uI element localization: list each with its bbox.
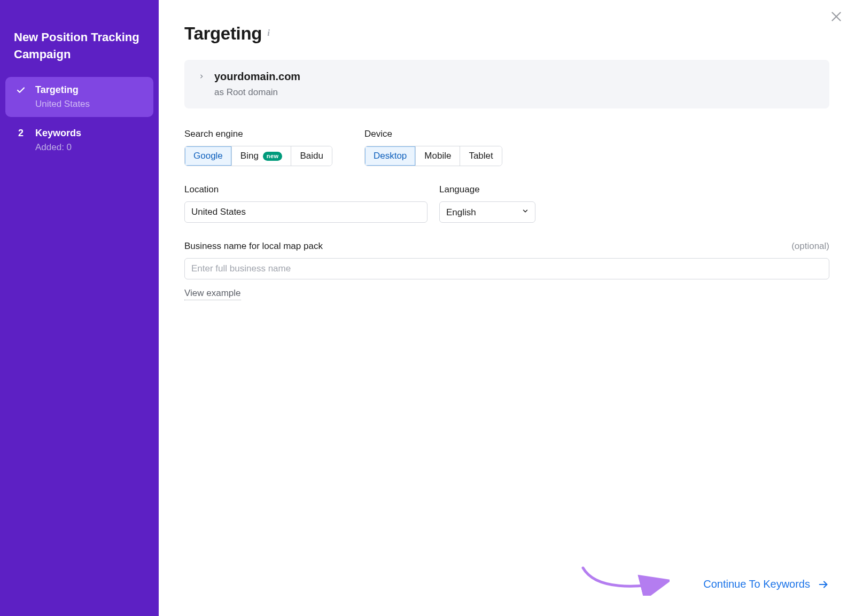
field-label: Location: [184, 184, 428, 195]
business-name-input[interactable]: [184, 258, 829, 279]
domain-subtitle: as Root domain: [214, 87, 300, 98]
sidebar-step-keywords[interactable]: 2 Keywords Added: 0: [5, 120, 153, 160]
arrow-right-icon: [818, 579, 829, 590]
wizard-footer: Continue To Keywords: [703, 578, 829, 590]
location-input[interactable]: [184, 201, 428, 223]
domain-card[interactable]: yourdomain.com as Root domain: [184, 60, 829, 108]
search-engine-field: Search engine Google Bing new Baidu: [184, 129, 332, 166]
optional-label: (optional): [791, 241, 829, 252]
domain-name: yourdomain.com: [214, 71, 300, 83]
device-field: Device Desktop Mobile Tablet: [364, 129, 502, 166]
step-number: 2: [15, 128, 27, 139]
continue-button[interactable]: Continue To Keywords: [703, 578, 829, 590]
sidebar-title: New Position Tracking Campaign: [0, 29, 159, 77]
view-example-link[interactable]: View example: [184, 288, 241, 300]
search-engine-segmented: Google Bing new Baidu: [184, 146, 332, 166]
page-title: Targeting i: [184, 24, 829, 44]
sidebar-step-subtitle: United States: [35, 99, 144, 110]
close-button[interactable]: [827, 7, 845, 26]
search-engine-option-bing[interactable]: Bing new: [231, 146, 291, 166]
search-engine-option-google[interactable]: Google: [185, 146, 231, 166]
new-badge: new: [263, 152, 283, 161]
wizard-sidebar: New Position Tracking Campaign Targeting…: [0, 0, 159, 616]
annotation-arrow: [580, 564, 670, 596]
field-label: Language: [439, 184, 535, 195]
main-panel: Targeting i yourdomain.com as Root domai…: [159, 0, 855, 616]
field-label: Business name for local map pack: [184, 241, 323, 252]
device-option-tablet[interactable]: Tablet: [460, 146, 501, 166]
field-label: Search engine: [184, 129, 332, 139]
info-icon[interactable]: i: [267, 28, 269, 40]
sidebar-step-subtitle: Added: 0: [35, 142, 144, 153]
business-name-field: Business name for local map pack (option…: [184, 241, 829, 300]
field-label: Device: [364, 129, 502, 139]
sidebar-step-targeting[interactable]: Targeting United States: [5, 77, 153, 117]
device-option-desktop[interactable]: Desktop: [365, 146, 415, 166]
language-field: Language English: [439, 184, 535, 223]
location-field: Location: [184, 184, 428, 223]
sidebar-steps: Targeting United States 2 Keywords Added…: [0, 77, 159, 160]
language-select[interactable]: English: [439, 201, 535, 223]
chevron-right-icon: [197, 71, 206, 80]
close-icon: [829, 10, 843, 24]
check-icon: [15, 84, 27, 95]
search-engine-option-baidu[interactable]: Baidu: [291, 146, 331, 166]
page-title-text: Targeting: [184, 24, 262, 44]
device-segmented: Desktop Mobile Tablet: [364, 146, 502, 166]
sidebar-step-title: Keywords: [35, 128, 144, 139]
device-option-mobile[interactable]: Mobile: [415, 146, 460, 166]
sidebar-step-title: Targeting: [35, 84, 144, 96]
